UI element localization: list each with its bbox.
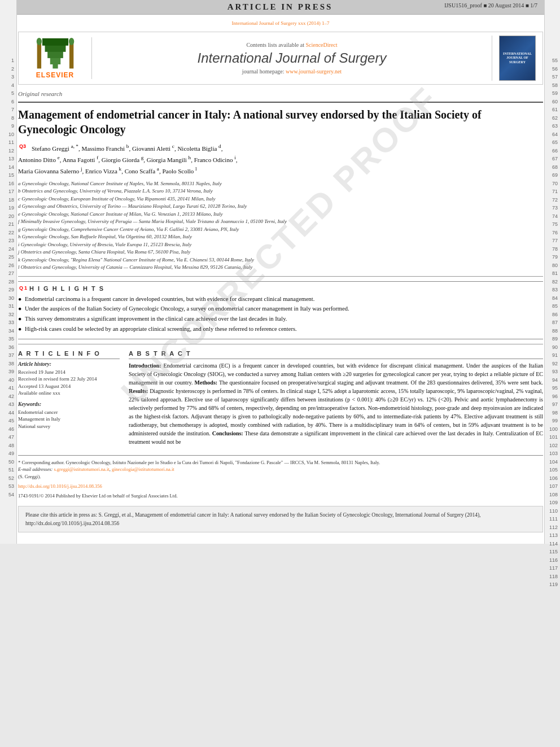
email2-link[interactable]: ginecologia@istitutotumori.na.it [112, 466, 174, 472]
left-line-number: 14 [0, 163, 16, 172]
affiliation-item: h Gynecologic Oncology, San Raffaele Hos… [18, 233, 543, 241]
left-line-number: 11 [0, 138, 16, 147]
svg-rect-2 [47, 51, 63, 58]
proof-info: IJSU1516_proof ■ 20 August 2014 ■ 1/7 [444, 2, 537, 8]
affiliation-item: a Gynecologic Oncology, National Cancer … [18, 180, 543, 188]
right-line-number: 92 [545, 360, 560, 368]
left-line-number: 32 [0, 311, 16, 319]
separator-1 [18, 102, 543, 103]
left-line-number: 22 [0, 229, 16, 237]
left-line-number: 39 [0, 368, 16, 376]
authors: Q3 Stefano Greggi a, *, Massimo Franchi … [18, 142, 543, 177]
svg-rect-1 [50, 57, 60, 64]
left-line-number: 41 [0, 384, 16, 392]
right-line-number: 115 [545, 548, 560, 556]
left-line-number: 3 [0, 73, 16, 81]
right-line-number: 98 [545, 409, 560, 417]
right-line-number: 116 [545, 556, 560, 565]
right-line-number: 102 [545, 442, 560, 450]
left-line-number: 6 [0, 98, 16, 106]
keyword-item: National survey [18, 423, 120, 430]
left-line-number: 29 [0, 286, 16, 294]
right-line-number: 93 [545, 368, 560, 376]
highlights-title: Q1 H I G H L I G H T S [18, 285, 543, 292]
doi-link[interactable]: http://dx.doi.org/10.1016/j.ijsu.2014.08… [18, 483, 102, 489]
affiliation-item: c Gynecologic Oncology, European Institu… [18, 195, 543, 203]
right-line-number: 112 [545, 523, 560, 532]
keyword-item: Endometrial cancer [18, 409, 120, 416]
right-line-number: 59 [545, 89, 560, 98]
highlight-item: ●Endometrial carcinoma is a frequent can… [18, 295, 543, 304]
sgreggi-note: (S. Greggi). [18, 473, 543, 480]
right-line-number: 56 [545, 65, 560, 73]
left-line-number: 16 [0, 180, 16, 188]
left-line-number: 1 [0, 56, 16, 65]
right-line-number: 86 [545, 311, 560, 319]
q1-marker: Q1 [19, 285, 28, 291]
journal-title-area: Contents lists available at ScienceDirec… [98, 42, 486, 75]
right-line-number: 69 [545, 171, 560, 180]
left-line-number: 49 [0, 449, 16, 458]
right-line-number: 79 [545, 253, 560, 261]
svg-rect-5 [37, 42, 41, 68]
right-line-number: 84 [545, 294, 560, 303]
right-line-number: 118 [545, 573, 560, 581]
right-line-number: 66 [545, 147, 560, 155]
affiliation-item: g Gynecologic Oncology, Comprehensive Ca… [18, 226, 543, 234]
article-history-label: Article history: [18, 361, 120, 367]
right-line-number: 67 [545, 155, 560, 163]
received-date: Received 19 June 2014 [18, 369, 120, 376]
elsevier-text: ELSEVIER [36, 71, 74, 79]
right-line-number: 99 [545, 417, 560, 425]
left-line-number: 52 [0, 474, 16, 483]
journal-header: ELSEVIER Contents lists available at Sci… [18, 32, 543, 85]
right-line-number: 81 [545, 269, 560, 278]
right-line-number: 75 [545, 220, 560, 229]
left-line-number: 7 [0, 106, 16, 114]
left-line-number: 19 [0, 204, 16, 212]
right-line-number: 94 [545, 376, 560, 385]
journal-url[interactable]: International Journal of Surgery xxx (20… [232, 20, 330, 26]
right-line-number: 113 [545, 531, 560, 540]
right-line-number: 58 [545, 81, 560, 90]
abstract-column: A B S T R A C T Introduction: Endometria… [129, 350, 543, 446]
left-line-number: 28 [0, 278, 16, 286]
right-line-number: 82 [545, 278, 560, 286]
two-column-layout: A R T I C L E I N F O Article history: R… [18, 350, 543, 446]
email1-link[interactable]: s.greggi@istitutotumori.na.it [54, 466, 109, 472]
right-line-number: 71 [545, 187, 560, 196]
left-line-number: 35 [0, 335, 16, 343]
email-line: E-mail addresses: s.greggi@istitutotumor… [18, 466, 543, 473]
right-line-number: 91 [545, 351, 560, 360]
left-line-number: 37 [0, 351, 16, 360]
left-line-number: 30 [0, 294, 16, 303]
right-line-number: 90 [545, 343, 560, 352]
right-line-number: 62 [545, 114, 560, 123]
right-line-number: 64 [545, 130, 560, 139]
svg-rect-4 [42, 38, 68, 46]
right-line-number: 107 [545, 482, 560, 491]
left-line-number: 45 [0, 417, 16, 425]
sciencedirect-link[interactable]: ScienceDirect [305, 42, 337, 48]
affiliation-item: b Obstetrics and Gynecology, University … [18, 187, 543, 195]
right-line-number: 57 [545, 73, 560, 81]
cover-image: INTERNATIONALJOURNAL OFSURGERY [499, 36, 536, 81]
sciencedirect-text: Contents lists available at ScienceDirec… [98, 42, 486, 48]
elsevier-tree-svg [33, 37, 78, 71]
bullet: ● [18, 325, 21, 334]
right-line-number: 72 [545, 196, 560, 204]
authors-text: Stefano Greggi a, *, Massimo Franchi b, … [18, 145, 237, 175]
left-line-number: 20 [0, 212, 16, 221]
left-line-number: 26 [0, 261, 16, 270]
journal-homepage-link[interactable]: www.journal-surgery.net [286, 68, 342, 75]
right-line-number: 55 [545, 56, 560, 65]
right-line-number: 100 [545, 425, 560, 434]
available-online: Available online xxx [18, 390, 120, 397]
right-line-number: 101 [545, 433, 560, 442]
svg-point-7 [36, 38, 41, 45]
right-line-number: 89 [545, 335, 560, 343]
separator-3 [18, 344, 543, 344]
left-line-number: 53 [0, 482, 16, 491]
right-line-number: 109 [545, 499, 560, 507]
article-title: Management of endometrial cancer in Ital… [18, 107, 543, 137]
